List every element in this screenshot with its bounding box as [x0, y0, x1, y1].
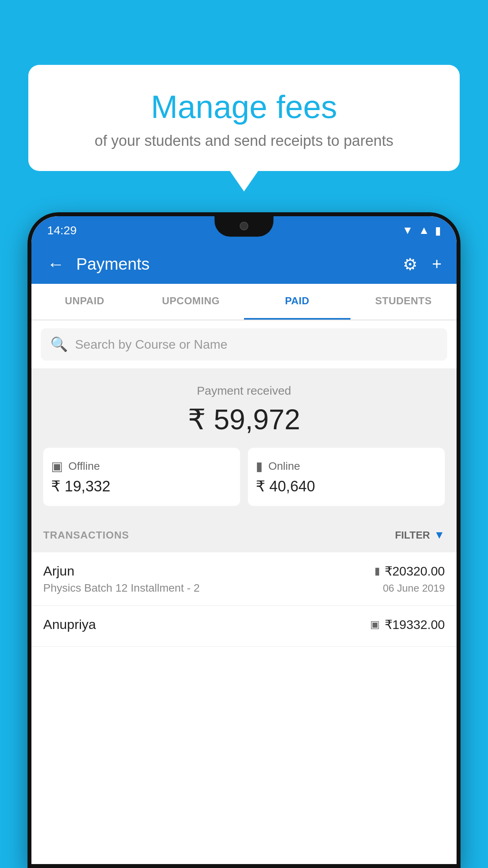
- payment-received-label: Payment received: [43, 384, 445, 397]
- offline-icon: ▣: [51, 459, 63, 474]
- wifi-icon: ▼: [402, 224, 413, 237]
- tab-students[interactable]: STUDENTS: [350, 284, 457, 320]
- offline-card-header: ▣ Offline: [51, 459, 232, 474]
- phone-screen: 14:29 ▼ ▲ ▮ ← Payments ⚙ + UNPAID UPCOMI…: [31, 216, 457, 864]
- transaction-row-top: Arjun ▮ ₹20320.00: [43, 563, 445, 579]
- transaction-course: Physics Batch 12 Installment - 2: [43, 582, 200, 594]
- app-bar-actions: ⚙ +: [400, 252, 445, 277]
- signal-icon: ▲: [418, 224, 429, 237]
- search-icon: 🔍: [50, 336, 68, 353]
- transaction-name: Anupriya: [43, 617, 96, 632]
- transaction-type-icon: ▮: [374, 565, 380, 577]
- bubble-subtitle: of your students and send receipts to pa…: [48, 132, 440, 149]
- transaction-name: Arjun: [43, 563, 74, 579]
- transaction-amount-container: ▮ ₹20320.00: [374, 564, 445, 579]
- transaction-row-top: Anupriya ▣ ₹19332.00: [43, 617, 445, 632]
- online-amount: ₹ 40,640: [256, 478, 437, 495]
- bubble-title: Manage fees: [48, 88, 440, 125]
- online-label: Online: [268, 460, 300, 473]
- search-container: 🔍 Search by Course or Name: [31, 320, 457, 368]
- transaction-row-bottom: Physics Batch 12 Installment - 2 06 June…: [43, 582, 445, 594]
- tabs-bar: UNPAID UPCOMING PAID STUDENTS: [31, 284, 457, 320]
- table-row[interactable]: Anupriya ▣ ₹19332.00: [31, 606, 457, 647]
- transaction-date: 06 June 2019: [383, 582, 445, 594]
- tab-paid[interactable]: PAID: [244, 284, 350, 320]
- payment-received-amount: ₹ 59,972: [43, 403, 445, 436]
- settings-icon[interactable]: ⚙: [400, 252, 421, 277]
- camera: [240, 222, 248, 230]
- search-bar[interactable]: 🔍 Search by Course or Name: [41, 328, 447, 360]
- phone-frame: 14:29 ▼ ▲ ▮ ← Payments ⚙ + UNPAID UPCOMI…: [28, 212, 460, 868]
- transaction-type-icon: ▣: [370, 618, 380, 631]
- speech-bubble: Manage fees of your students and send re…: [28, 65, 460, 171]
- transactions-label: TRANSACTIONS: [43, 529, 129, 541]
- status-bar: 14:29 ▼ ▲ ▮: [31, 216, 457, 245]
- back-button[interactable]: ←: [43, 250, 68, 278]
- payment-cards: ▣ Offline ₹ 19,332 ▮ Online ₹ 40,640: [43, 448, 445, 506]
- online-icon: ▮: [256, 459, 263, 474]
- status-icons: ▼ ▲ ▮: [402, 224, 441, 237]
- online-card: ▮ Online ₹ 40,640: [248, 448, 445, 506]
- battery-icon: ▮: [435, 224, 441, 237]
- filter-label: FILTER: [395, 529, 430, 541]
- search-placeholder: Search by Course or Name: [75, 337, 227, 352]
- offline-card: ▣ Offline ₹ 19,332: [43, 448, 240, 506]
- filter-icon: ▼: [434, 529, 445, 541]
- notch: [215, 216, 273, 237]
- app-bar: ← Payments ⚙ +: [31, 245, 457, 284]
- payment-summary: Payment received ₹ 59,972 ▣ Offline ₹ 19…: [31, 368, 457, 518]
- table-row[interactable]: Arjun ▮ ₹20320.00 Physics Batch 12 Insta…: [31, 552, 457, 606]
- online-card-header: ▮ Online: [256, 459, 437, 474]
- filter-button[interactable]: FILTER ▼: [395, 529, 445, 541]
- status-time: 14:29: [47, 224, 77, 237]
- offline-label: Offline: [68, 460, 100, 473]
- transaction-amount: ₹19332.00: [385, 617, 445, 632]
- offline-amount: ₹ 19,332: [51, 478, 232, 495]
- tab-upcoming[interactable]: UPCOMING: [138, 284, 244, 320]
- transaction-list: Arjun ▮ ₹20320.00 Physics Batch 12 Insta…: [31, 552, 457, 864]
- add-icon[interactable]: +: [429, 252, 445, 277]
- transactions-header: TRANSACTIONS FILTER ▼: [31, 518, 457, 552]
- app-bar-title: Payments: [76, 255, 392, 274]
- transaction-amount-container: ▣ ₹19332.00: [370, 617, 445, 632]
- tab-unpaid[interactable]: UNPAID: [31, 284, 138, 320]
- transaction-amount: ₹20320.00: [385, 564, 445, 579]
